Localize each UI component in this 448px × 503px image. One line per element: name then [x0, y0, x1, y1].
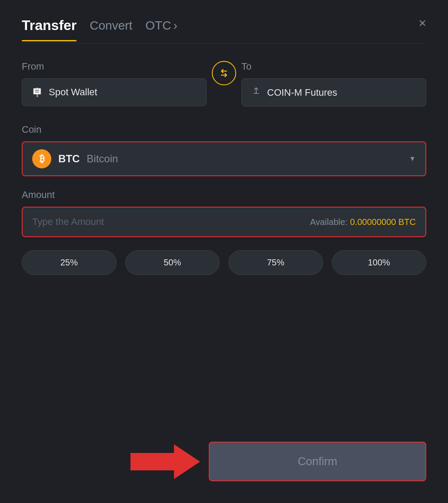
from-wallet-name: Spot Wallet: [49, 87, 97, 98]
bottom-area: Confirm: [22, 442, 426, 481]
available-label: Available:: [310, 217, 348, 227]
wallet-card-icon: 🪧: [32, 87, 43, 97]
coin-label: Coin: [22, 124, 41, 135]
to-label: To: [241, 61, 426, 72]
modal: Transfer Convert OTC › × From 🪧 Spot Wal…: [0, 0, 448, 503]
otc-arrow-icon: ›: [173, 19, 177, 33]
confirm-button[interactable]: Confirm: [209, 442, 426, 481]
btc-icon: ₿: [32, 149, 51, 168]
arrow-indicator: [130, 444, 200, 479]
swap-button[interactable]: [212, 61, 236, 85]
tab-convert[interactable]: Convert: [90, 19, 132, 33]
header-divider: [22, 43, 426, 44]
swap-icon: [218, 67, 230, 79]
percentage-row: 25% 50% 75% 100%: [22, 250, 426, 275]
to-wallet-name: COIN-M Futures: [267, 87, 337, 98]
coin-fullname: Bitcoin: [87, 153, 118, 165]
to-section: To COIN-M Futures: [241, 61, 426, 107]
to-wallet-box[interactable]: COIN-M Futures: [241, 78, 426, 107]
coin-section: Coin ₿ BTC Bitcoin ▼: [22, 124, 426, 176]
from-label: From: [22, 61, 207, 72]
amount-input-box[interactable]: Type the Amount Available: 0.00000000 BT…: [22, 207, 426, 237]
tab-transfer[interactable]: Transfer: [22, 17, 77, 34]
pct-50-button[interactable]: 50%: [125, 250, 220, 275]
from-wallet-box[interactable]: 🪧 Spot Wallet: [22, 78, 207, 106]
close-button[interactable]: ×: [418, 17, 426, 30]
swap-container: [207, 61, 241, 89]
amount-label: Amount: [22, 189, 55, 200]
amount-section: Amount Type the Amount Available: 0.0000…: [22, 189, 426, 237]
coin-symbol: BTC: [58, 153, 80, 165]
pct-75-button[interactable]: 75%: [228, 250, 323, 275]
dropdown-arrow-icon: ▼: [409, 155, 416, 163]
svg-marker-0: [130, 444, 200, 479]
amount-placeholder: Type the Amount: [32, 216, 104, 228]
pct-25-button[interactable]: 25%: [22, 250, 117, 275]
available-value: 0.00000000 BTC: [350, 217, 416, 227]
futures-icon: [251, 87, 261, 98]
tab-otc[interactable]: OTC ›: [145, 19, 177, 33]
from-section: From 🪧 Spot Wallet: [22, 61, 207, 106]
from-to-row: From 🪧 Spot Wallet To: [22, 61, 426, 107]
available-text: Available: 0.00000000 BTC: [310, 217, 416, 227]
pct-100-button[interactable]: 100%: [332, 250, 427, 275]
coin-dropdown[interactable]: ₿ BTC Bitcoin ▼: [22, 141, 426, 176]
header: Transfer Convert OTC › ×: [22, 17, 426, 34]
